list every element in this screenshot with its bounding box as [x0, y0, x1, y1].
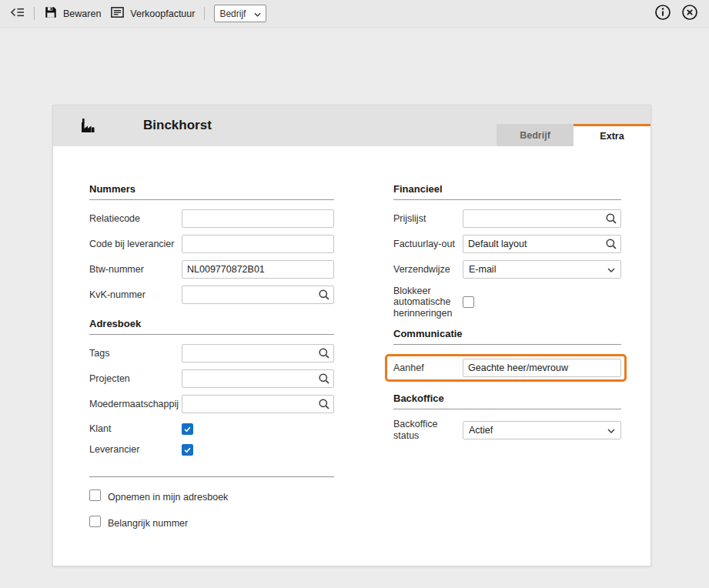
search-icon[interactable] — [318, 398, 330, 413]
verzendwijze-select-value: E-mail — [469, 264, 496, 275]
relatiecode-input[interactable] — [182, 209, 334, 228]
sales-invoice-button-label: Verkoopfactuur — [130, 8, 195, 19]
blokkeer-label: Blokkeer automatische herinneringen — [393, 286, 463, 319]
section-title-adresboek: Adresboek — [89, 318, 334, 335]
opnemen-row: Opnemen in mijn adresboek — [89, 486, 334, 503]
code-leverancier-label: Code bij leverancier — [89, 239, 182, 249]
factuurlayout-input[interactable] — [463, 235, 621, 253]
card-header: Binckhorst Bedrijf Extra — [53, 105, 650, 146]
relation-card: Binckhorst Bedrijf Extra Nummers Relatie… — [52, 105, 651, 566]
relatiecode-row: Relatiecode — [89, 209, 334, 228]
search-icon[interactable] — [605, 238, 617, 252]
backoffice-status-label: Backoffice status — [393, 419, 463, 441]
code-leverancier-row: Code bij leverancier — [89, 235, 334, 253]
backoffice-status-row: Backoffice status Actief — [393, 419, 621, 441]
leverancier-checkbox[interactable] — [182, 444, 193, 456]
collapse-menu-button[interactable] — [9, 5, 25, 22]
kvk-nummer-label: KvK-nummer — [89, 289, 182, 300]
toolbar-right — [654, 4, 698, 23]
search-icon[interactable] — [605, 212, 617, 227]
save-button-label: Bewaren — [63, 8, 101, 19]
search-icon[interactable] — [318, 289, 330, 303]
kvk-nummer-input[interactable] — [182, 286, 334, 304]
verzendwijze-label: Verzendwijze — [393, 264, 463, 275]
toolbar-divider — [34, 7, 35, 20]
info-icon — [654, 4, 671, 23]
opnemen-label: Opnemen in mijn adresboek — [108, 492, 228, 503]
chevron-down-icon — [607, 264, 615, 275]
section-title-communicatie: Communicatie — [393, 328, 621, 345]
btw-nummer-row: Btw-nummer — [89, 260, 334, 279]
prijslijst-row: Prijslijst — [393, 209, 621, 228]
tags-input[interactable] — [182, 344, 334, 362]
save-icon — [44, 5, 58, 22]
right-column: Financieel Prijslijst Factuurlay-out Ver… — [393, 183, 621, 448]
klant-checkbox[interactable] — [182, 423, 193, 435]
chevron-down-icon — [254, 8, 261, 19]
leverancier-row: Leverancier — [89, 444, 334, 456]
aanhef-input[interactable] — [463, 359, 621, 377]
info-button[interactable] — [654, 4, 671, 23]
belangrijk-row: Belangrijk nummer — [89, 513, 334, 530]
section-title-financieel: Financieel — [393, 183, 621, 200]
klant-label: Klant — [89, 423, 182, 434]
leverancier-label: Leverancier — [89, 444, 182, 455]
collapse-menu-icon — [9, 5, 25, 22]
search-icon[interactable] — [318, 373, 330, 387]
entity-type-select[interactable]: Bedrijf — [214, 5, 266, 22]
chevron-down-icon — [607, 425, 615, 436]
tags-label: Tags — [89, 348, 182, 359]
section-title-backoffice: Backoffice — [393, 393, 621, 409]
kvk-nummer-row: KvK-nummer — [89, 286, 334, 304]
section-adresboek: Adresboek Tags Projecten Moedermaatschap… — [89, 318, 334, 456]
annotation-highlight-box: Aanhef — [385, 354, 627, 382]
belangrijk-checkbox[interactable] — [89, 516, 101, 527]
belangrijk-label: Belangrijk nummer — [108, 518, 188, 529]
left-column: Nummers Relatiecode Code bij leverancier… — [89, 183, 334, 539]
verzendwijze-row: Verzendwijze E-mail — [393, 260, 621, 279]
sales-invoice-button[interactable]: Verkoopfactuur — [110, 5, 195, 22]
moedermaatschappij-row: Moedermaatschappij — [89, 395, 334, 413]
blokkeer-checkbox[interactable] — [463, 296, 474, 308]
company-factory-icon — [79, 116, 97, 137]
aanhef-row: Aanhef — [393, 359, 621, 377]
prijslijst-label: Prijslijst — [393, 213, 463, 224]
section-backoffice: Backoffice Backoffice status Actief — [393, 393, 621, 441]
section-title-nummers: Nummers — [89, 183, 334, 200]
toolbar: Bewaren Verkoopfactuur Bedrijf — [0, 0, 709, 28]
projecten-input[interactable] — [182, 369, 334, 388]
tags-row: Tags — [89, 344, 334, 362]
projecten-label: Projecten — [89, 373, 182, 384]
moedermaatschappij-input[interactable] — [182, 395, 334, 413]
btw-nummer-input[interactable] — [182, 260, 334, 279]
backoffice-status-select-value: Actief — [469, 425, 493, 436]
factuurlayout-label: Factuurlay-out — [393, 239, 463, 249]
toolbar-divider — [204, 7, 205, 20]
tab-extra[interactable]: Extra — [574, 124, 650, 146]
tab-bedrijf[interactable]: Bedrijf — [497, 124, 574, 146]
opnemen-checkbox[interactable] — [89, 489, 101, 501]
left-column-divider — [89, 476, 334, 477]
page-title: Binckhorst — [143, 118, 212, 133]
relatiecode-label: Relatiecode — [89, 213, 182, 224]
prijslijst-input[interactable] — [463, 209, 621, 228]
factuurlayout-row: Factuurlay-out — [393, 235, 621, 253]
moedermaatschappij-label: Moedermaatschappij — [89, 399, 182, 409]
close-button[interactable] — [681, 4, 698, 23]
verzendwijze-select[interactable]: E-mail — [463, 260, 621, 279]
projecten-row: Projecten — [89, 369, 334, 388]
backoffice-status-select[interactable]: Actief — [463, 421, 621, 439]
close-icon — [681, 4, 698, 23]
aanhef-label: Aanhef — [393, 362, 463, 373]
save-button[interactable]: Bewaren — [44, 5, 101, 22]
section-communicatie: Communicatie Aanhef — [393, 328, 621, 382]
entity-type-select-value: Bedrijf — [219, 8, 246, 19]
code-leverancier-input[interactable] — [182, 235, 334, 253]
klant-row: Klant — [89, 423, 334, 435]
invoice-document-icon — [110, 5, 125, 22]
tab-bar: Bedrijf Extra — [497, 124, 650, 146]
search-icon[interactable] — [318, 347, 330, 362]
blokkeer-row: Blokkeer automatische herinneringen — [393, 286, 621, 319]
btw-nummer-label: Btw-nummer — [89, 264, 182, 275]
